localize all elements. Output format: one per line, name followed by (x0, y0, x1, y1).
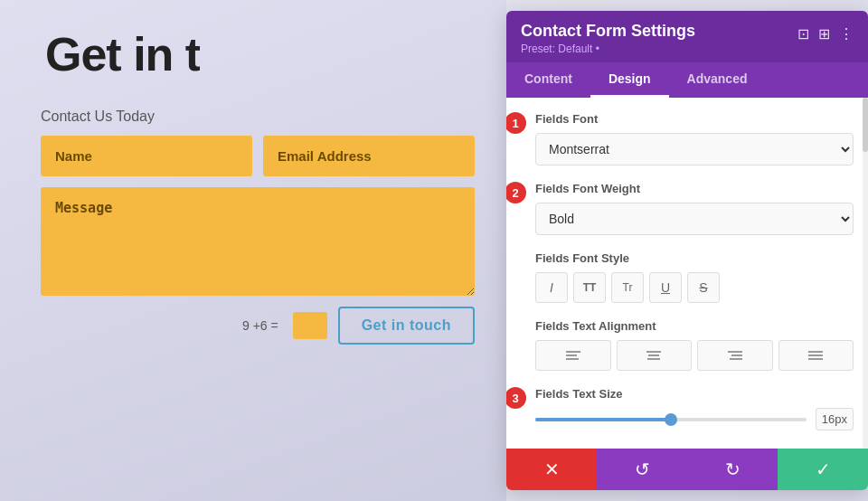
step-2-badge: 2 (506, 182, 526, 203)
align-center-button[interactable] (617, 340, 693, 371)
grid-icon[interactable]: ⊞ (818, 25, 830, 43)
name-field[interactable]: Name (41, 136, 252, 176)
tab-advanced[interactable]: Advanced (669, 62, 766, 98)
step-3-badge: 3 (506, 387, 526, 409)
fields-letter-spacing-label: Fields Letter Spacing (535, 447, 854, 449)
cancel-button[interactable]: ✕ (506, 449, 597, 490)
fields-text-size-group-wrapper: 3 Fields Text Size 16px (521, 387, 854, 430)
resize-icon[interactable]: ⊡ (797, 25, 809, 43)
submit-button[interactable]: Get in touch (338, 307, 475, 345)
undo-button[interactable]: ↺ (597, 449, 687, 490)
panel-header: Contact Form Settings Preset: Default • … (506, 11, 868, 62)
fields-font-group-wrapper: 1 Fields Font Montserrat Arial Roboto (521, 112, 854, 165)
scrollbar-track[interactable] (863, 98, 868, 449)
fields-text-size-value: 16px (816, 408, 854, 430)
save-button[interactable]: ✓ (778, 449, 868, 490)
panel-header-icons: ⊡ ⊞ ⋮ (797, 25, 854, 43)
captcha-text: 9 +6 = (242, 318, 278, 333)
fields-text-alignment-group: Fields Text Alignment (521, 319, 854, 371)
align-right-button[interactable] (697, 340, 773, 371)
fields-text-alignment-label: Fields Text Alignment (535, 319, 854, 333)
scrollbar-thumb[interactable] (863, 98, 868, 152)
tab-content[interactable]: Content (506, 62, 590, 98)
redo-button[interactable]: ↻ (687, 449, 778, 490)
fields-font-group: Fields Font Montserrat Arial Roboto (535, 112, 854, 165)
fields-text-size-slider-row: 16px (535, 408, 854, 430)
fields-font-style-label: Fields Font Style (535, 251, 854, 265)
fields-font-weight-select[interactable]: Bold Normal Light (535, 203, 854, 235)
panel-title: Contact Form Settings (521, 22, 695, 41)
more-icon[interactable]: ⋮ (839, 25, 854, 43)
panel-footer: ✕ ↺ ↻ ✓ (506, 449, 868, 490)
fields-text-size-group: Fields Text Size 16px (535, 387, 854, 430)
font-style-row: I TT Tr U S (535, 272, 854, 303)
page-title: Get in t (45, 27, 200, 81)
fields-font-select[interactable]: Montserrat Arial Roboto (535, 133, 854, 165)
panel-tabs: Content Design Advanced (506, 62, 868, 98)
form-row-name-email: Name Email Address (41, 136, 475, 176)
fields-font-label: Fields Font (535, 112, 854, 126)
settings-panel: Contact Form Settings Preset: Default • … (506, 11, 868, 490)
tt-button[interactable]: TT (573, 272, 606, 303)
strikethrough-button[interactable]: S (687, 272, 720, 303)
fields-font-weight-group: Fields Font Weight Bold Normal Light (535, 182, 854, 235)
fields-text-size-label: Fields Text Size (535, 387, 854, 401)
form-footer: 9 +6 = Get in touch (41, 307, 475, 345)
form-preview: Get in t Contact Us Today Name Email Add… (0, 0, 506, 501)
captcha-box[interactable] (293, 312, 327, 339)
tab-design[interactable]: Design (590, 62, 669, 98)
alignment-row (535, 340, 854, 371)
email-field[interactable]: Email Address (263, 136, 475, 176)
align-justify-button[interactable] (778, 340, 854, 371)
italic-button[interactable]: I (535, 272, 568, 303)
form-section: Contact Us Today Name Email Address Mess… (41, 109, 475, 345)
align-left-button[interactable] (535, 340, 611, 371)
tr-button[interactable]: Tr (611, 272, 644, 303)
panel-header-left: Contact Form Settings Preset: Default • (521, 22, 695, 55)
message-field[interactable]: Message (41, 187, 475, 296)
panel-preset: Preset: Default • (521, 43, 695, 55)
fields-font-style-group: Fields Font Style I TT Tr U S (521, 251, 854, 303)
form-section-label: Contact Us Today (41, 109, 475, 125)
fields-font-weight-label: Fields Font Weight (535, 182, 854, 195)
panel-body: 1 Fields Font Montserrat Arial Roboto 2 … (506, 98, 868, 449)
underline-button[interactable]: U (649, 272, 682, 303)
fields-font-weight-group-wrapper: 2 Fields Font Weight Bold Normal Light (521, 182, 854, 235)
fields-text-size-track[interactable] (535, 418, 807, 421)
step-1-badge: 1 (506, 112, 526, 134)
fields-letter-spacing-group: Fields Letter Spacing 0px (521, 447, 854, 449)
